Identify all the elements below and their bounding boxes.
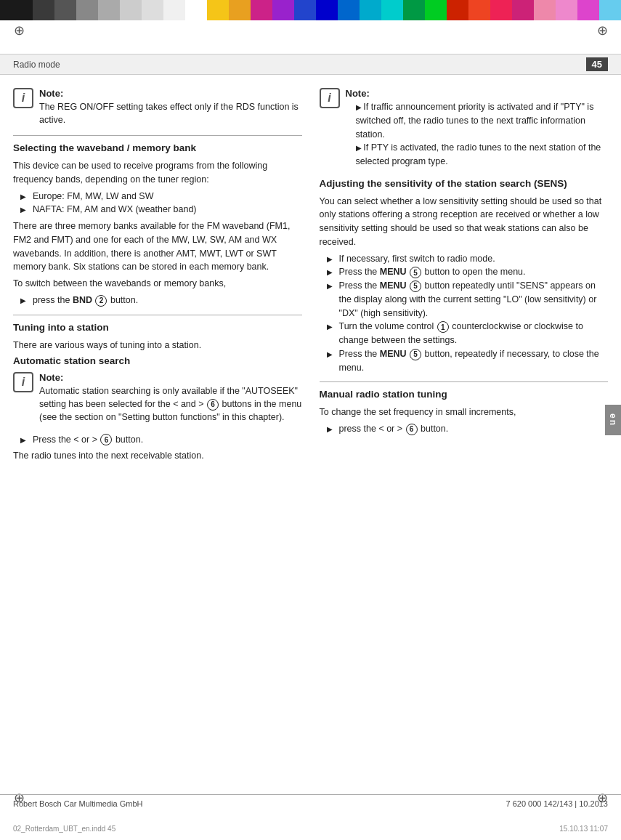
bullet-press-button: Press the < or > 6 button. bbox=[20, 433, 302, 447]
note-icon: i bbox=[13, 88, 33, 108]
section-sens-heading: Adjusting the sensitivity of the station… bbox=[320, 177, 609, 191]
crosshair-top-right: ⊕ bbox=[595, 23, 609, 38]
print-info-right: 15.10.13 11:07 bbox=[559, 825, 608, 833]
traffic-note-list: If traffic announcement priority is acti… bbox=[356, 100, 609, 169]
waveband-action-list: press the BND 2 button. bbox=[20, 294, 302, 307]
color-bar bbox=[0, 0, 621, 20]
bullet-bnd: press the BND 2 button. bbox=[20, 294, 302, 307]
sens-step-4: Turn the volume control 1 counterclockwi… bbox=[327, 320, 609, 347]
section-manual-heading: Manual radio station tuning bbox=[320, 388, 609, 402]
section-waveband-body2: There are three memory banks available f… bbox=[13, 219, 302, 274]
press-circle: 6 bbox=[100, 434, 112, 445]
note-traffic-content: Note: If traffic announcement priority i… bbox=[346, 88, 609, 169]
print-info: 02_Rotterdam_UBT_en.indd 45 15.10.13 11:… bbox=[0, 825, 621, 833]
note-autoseek-content: Note: Automatic station searching is onl… bbox=[39, 372, 302, 424]
sens-step-2: Press the MENU 5 button to open the menu… bbox=[327, 265, 609, 279]
section-manual-body: To change the set frequency in small inc… bbox=[320, 405, 609, 419]
section-sens-body: You can select whether a low sensitivity… bbox=[320, 195, 609, 249]
section-waveband-body3: To switch between the wavebands or memor… bbox=[13, 277, 302, 291]
divider-2 bbox=[13, 315, 302, 315]
lang-tab: en bbox=[605, 405, 621, 435]
header-bar: Radio mode 45 bbox=[0, 54, 621, 75]
waveband-bullet-list: Europe: FM, MW, LW and SW NAFTA: FM, AM … bbox=[20, 190, 302, 217]
note-traffic-title: Note: bbox=[346, 88, 609, 99]
manual-circle: 6 bbox=[406, 424, 418, 435]
note-autoseek-text: Automatic station searching is only avai… bbox=[39, 384, 302, 424]
note-text: The REG ON/OFF setting takes effect only… bbox=[39, 100, 302, 126]
note-autoseek-title: Note: bbox=[39, 372, 302, 383]
divider-1 bbox=[13, 135, 302, 136]
note-icon-traffic: i bbox=[320, 88, 340, 108]
section-waveband-body1: This device can be used to receive progr… bbox=[13, 159, 302, 187]
sens-step-1: If necessary, first switch to radio mode… bbox=[327, 252, 609, 266]
note-autoseek: i Note: Automatic station searching is o… bbox=[13, 372, 302, 424]
content-area: i Note: The REG ON/OFF setting takes eff… bbox=[0, 75, 621, 466]
bullet-manual-press: press the < or > 6 button. bbox=[327, 422, 609, 436]
crosshair-top-left: ⊕ bbox=[12, 23, 26, 38]
bullet-nafta: NAFTA: FM, AM and WX (weather band) bbox=[20, 203, 302, 217]
autoseek-circle: 6 bbox=[207, 399, 219, 411]
note-content: Note: The REG ON/OFF setting takes effec… bbox=[39, 88, 302, 126]
sens-step-5: Press the MENU 5 button, repeatedly if n… bbox=[327, 347, 609, 375]
print-info-left: 02_Rotterdam_UBT_en.indd 45 bbox=[13, 825, 115, 833]
section-tuning-body: There are various ways of tuning into a … bbox=[13, 339, 302, 352]
footer-left: Robert Bosch Car Multimedia GmbH bbox=[13, 799, 143, 808]
bnd-label: BND bbox=[73, 295, 92, 305]
footer: Robert Bosch Car Multimedia GmbH 7 620 0… bbox=[0, 794, 621, 812]
footer-right: 7 620 000 142/143 | 10.2013 bbox=[506, 799, 609, 808]
left-column: i Note: The REG ON/OFF setting takes eff… bbox=[13, 88, 302, 466]
section-tuning-heading: Tuning into a station bbox=[13, 321, 302, 335]
autosearch-result: The radio tunes into the next receivable… bbox=[13, 449, 302, 463]
sens-steps-list: If necessary, first switch to radio mode… bbox=[327, 252, 609, 375]
bnd-circle: 2 bbox=[95, 295, 107, 307]
page-mode: Radio mode bbox=[13, 60, 60, 70]
page-number: 45 bbox=[586, 57, 608, 71]
section-waveband-heading: Selecting the waveband / memory bank bbox=[13, 142, 302, 156]
note-icon-autoseek: i bbox=[13, 372, 33, 392]
note-reg-on-off: i Note: The REG ON/OFF setting takes eff… bbox=[13, 88, 302, 126]
right-column: i Note: If traffic announcement priority… bbox=[320, 88, 609, 466]
note-traffic: i Note: If traffic announcement priority… bbox=[320, 88, 609, 169]
traffic-note-item-1: If traffic announcement priority is acti… bbox=[356, 100, 609, 141]
sens-menu-circle-1: 5 bbox=[410, 267, 421, 278]
sens-menu-circle-2: 5 bbox=[410, 280, 421, 292]
manual-action-list: press the < or > 6 button. bbox=[327, 422, 609, 436]
divider-right-1 bbox=[320, 381, 609, 382]
bullet-europe: Europe: FM, MW, LW and SW bbox=[20, 190, 302, 203]
sens-menu-circle-3: 5 bbox=[410, 349, 421, 360]
note-title: Note: bbox=[39, 88, 302, 99]
traffic-note-item-2: If PTY is activated, the radio tunes to … bbox=[356, 141, 609, 169]
section-autosearch-heading: Automatic station search bbox=[13, 355, 302, 368]
autosearch-action-list: Press the < or > 6 button. bbox=[20, 433, 302, 447]
sens-vol-circle: 1 bbox=[437, 321, 449, 333]
sens-step-3: Press the MENU 5 button repeatedly until… bbox=[327, 279, 609, 320]
